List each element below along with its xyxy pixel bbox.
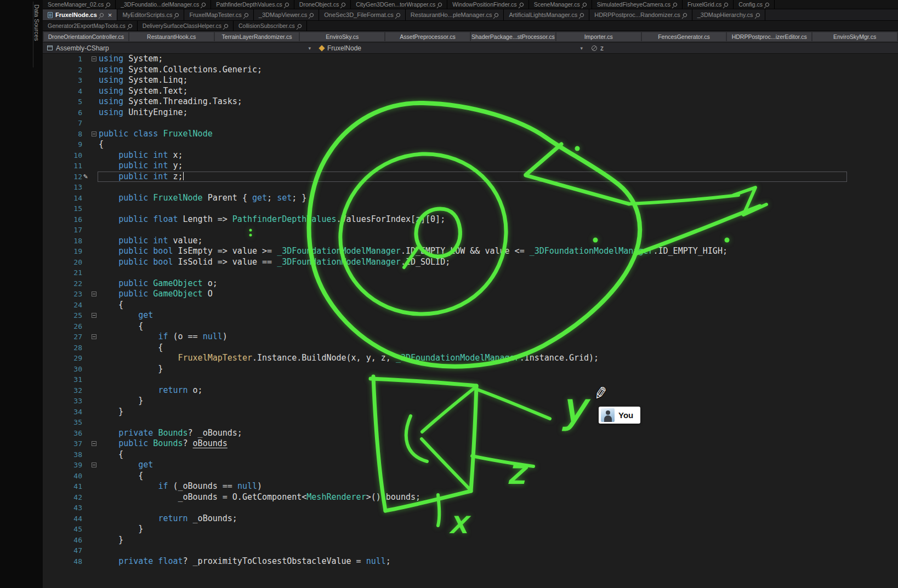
- breakpoint-margin[interactable]: [43, 96, 54, 107]
- editor-tab[interactable]: RestaurantHo...pleManager.cs: [406, 9, 504, 20]
- editor-tab[interactable]: EnviroSkyMgr.cs: [812, 32, 897, 41]
- code-line-26[interactable]: 26 {: [43, 321, 898, 332]
- breakpoint-margin[interactable]: [43, 172, 54, 182]
- collapse-toggle-icon[interactable]: [92, 292, 96, 296]
- editor-tab[interactable]: HDRPPostproc...Randomizer.cs: [589, 9, 692, 20]
- editor-tab[interactable]: AssetPreprocessor.cs: [385, 32, 470, 41]
- code-line-13[interactable]: 13: [43, 182, 898, 193]
- code-line-19[interactable]: 19 public bool IsEmpty => value >= _3DFo…: [43, 246, 898, 257]
- breakpoint-margin[interactable]: [43, 524, 54, 535]
- code-line-3[interactable]: 3using System.Linq;: [43, 75, 898, 86]
- breakpoint-margin[interactable]: [43, 129, 54, 140]
- editor-tab[interactable]: _3DMapHierarchy.cs: [692, 9, 765, 20]
- breakpoint-margin[interactable]: [43, 54, 54, 65]
- type-dropdown[interactable]: FruxelNode ▾: [315, 43, 587, 53]
- breakpoint-margin[interactable]: [43, 75, 54, 86]
- code-line-14[interactable]: 14 public FruxelNode Parent { get; set; …: [43, 193, 898, 204]
- project-dropdown[interactable]: Assembly-CSharp ▾: [43, 43, 315, 53]
- pin-icon[interactable]: [582, 2, 587, 7]
- breakpoint-margin[interactable]: [43, 503, 54, 513]
- breakpoint-margin[interactable]: [43, 257, 54, 268]
- breakpoint-margin[interactable]: [43, 428, 54, 439]
- editor-tab[interactable]: Generator2ExportMapTools.cs: [43, 21, 138, 31]
- breakpoint-margin[interactable]: [43, 374, 54, 385]
- editor-tab[interactable]: MyEditorScripts.cs: [117, 9, 184, 20]
- code-line-37[interactable]: 37 public Bounds? oBounds: [43, 438, 898, 449]
- editor-tab[interactable]: DroneOrientationController.cs: [44, 32, 128, 41]
- code-line-24[interactable]: 24 {: [43, 300, 898, 311]
- breakpoint-margin[interactable]: [43, 321, 54, 332]
- code-line-17[interactable]: 17: [43, 225, 898, 236]
- code-line-41[interactable]: 41 if (_oBounds == null): [43, 481, 898, 492]
- code-line-10[interactable]: 10 public int x;: [43, 150, 898, 161]
- code-line-42[interactable]: 42 _oBounds = O.GetComponent<MeshRendere…: [43, 492, 898, 503]
- editor-tab[interactable]: ShaderPackage...stProcessor.cs: [471, 32, 555, 41]
- code-line-35[interactable]: 35: [43, 417, 898, 428]
- breakpoint-margin[interactable]: [43, 417, 54, 428]
- editor-tab[interactable]: Config.cs: [734, 0, 775, 9]
- code-editor-surface[interactable]: 1using System;2using System.Collections.…: [43, 54, 898, 588]
- code-line-28[interactable]: 28 {: [43, 342, 898, 353]
- breakpoint-margin[interactable]: [43, 193, 54, 204]
- code-line-27[interactable]: 27 if (o == null): [43, 332, 898, 342]
- code-line-21[interactable]: 21: [43, 267, 898, 278]
- pin-icon[interactable]: [494, 12, 499, 18]
- breakpoint-margin[interactable]: [43, 364, 54, 375]
- pin-icon[interactable]: [99, 12, 104, 18]
- code-line-31[interactable]: 31: [43, 374, 898, 385]
- breakpoint-margin[interactable]: [43, 396, 54, 407]
- code-line-5[interactable]: 5using System.Threading.Tasks;: [43, 96, 898, 107]
- breakpoint-margin[interactable]: [43, 86, 54, 97]
- pin-icon[interactable]: [682, 12, 687, 18]
- pin-icon[interactable]: [284, 2, 289, 7]
- breakpoint-margin[interactable]: [43, 449, 54, 460]
- editor-tab[interactable]: _3DMapViewer.cs: [254, 9, 319, 20]
- code-line-32[interactable]: 32 return o;: [43, 385, 898, 396]
- collapse-toggle-icon[interactable]: [92, 313, 96, 318]
- breakpoint-margin[interactable]: [43, 107, 54, 118]
- breakpoint-margin[interactable]: [43, 460, 54, 471]
- editor-tab[interactable]: DeliverySurfaceClassHelper.cs: [138, 21, 234, 31]
- editor-tab[interactable]: HDRPPostproc...izerEditor.cs: [727, 32, 811, 41]
- pin-icon[interactable]: [341, 2, 346, 7]
- code-line-45[interactable]: 45 }: [43, 524, 898, 535]
- pin-icon[interactable]: [174, 12, 180, 18]
- editor-tab[interactable]: WindowPositionFinder.cs: [447, 0, 528, 9]
- code-line-4[interactable]: 4using System.Text;: [43, 86, 898, 97]
- code-line-38[interactable]: 38 {: [43, 449, 898, 460]
- pin-icon[interactable]: [724, 2, 729, 7]
- editor-tab[interactable]: RestaurantHook.cs: [129, 32, 214, 41]
- code-line-9[interactable]: 9{: [43, 139, 898, 150]
- pin-icon[interactable]: [224, 23, 229, 28]
- code-line-25[interactable]: 25 get: [43, 310, 898, 321]
- code-line-12[interactable]: 12✎ public int z;: [43, 172, 898, 182]
- editor-tab[interactable]: FruxelMapTester.cs: [184, 9, 253, 20]
- data-sources-tool-tab[interactable]: Data Sources: [33, 2, 40, 67]
- editor-tab[interactable]: SceneManager.cs: [529, 0, 592, 9]
- breakpoint-margin[interactable]: [43, 246, 54, 257]
- breakpoint-margin[interactable]: [43, 65, 54, 76]
- breakpoint-margin[interactable]: [43, 214, 54, 225]
- pin-icon[interactable]: [755, 12, 760, 18]
- editor-tab[interactable]: DroneObject.cs: [294, 0, 351, 9]
- code-line-43[interactable]: 43: [43, 503, 898, 513]
- member-dropdown[interactable]: z: [587, 43, 608, 53]
- breakpoint-margin[interactable]: [43, 545, 54, 556]
- pin-icon[interactable]: [672, 2, 678, 7]
- active-editor-tab[interactable]: FruxelNode.cs×: [43, 9, 117, 20]
- editor-tab[interactable]: FruxelGrid.cs: [683, 0, 734, 9]
- pin-icon[interactable]: [106, 2, 111, 7]
- code-line-44[interactable]: 44 return _oBounds;: [43, 513, 898, 524]
- pin-icon[interactable]: [201, 2, 207, 7]
- code-line-20[interactable]: 20 public bool IsSolid => value == _3DFo…: [43, 257, 898, 268]
- pin-icon[interactable]: [297, 23, 302, 28]
- code-line-8[interactable]: 8public class FruxelNode: [43, 129, 898, 140]
- breakpoint-margin[interactable]: [43, 150, 54, 161]
- code-line-22[interactable]: 22 public GameObject o;: [43, 278, 898, 289]
- collapse-toggle-icon[interactable]: [92, 56, 96, 61]
- code-line-23[interactable]: 23 public GameObject O: [43, 289, 898, 300]
- code-line-46[interactable]: 46 }: [43, 535, 898, 546]
- breakpoint-margin[interactable]: [43, 236, 54, 247]
- breakpoint-margin[interactable]: [43, 139, 54, 150]
- breakpoint-margin[interactable]: [43, 481, 54, 492]
